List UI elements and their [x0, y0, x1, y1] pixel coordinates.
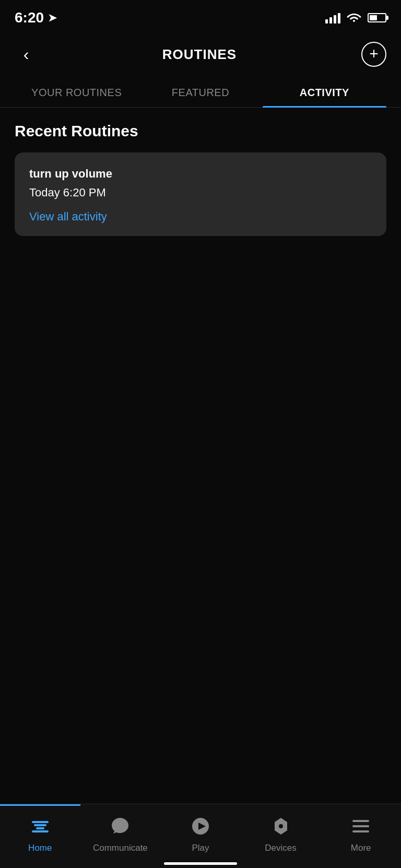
location-arrow-icon: ➤ [48, 11, 57, 24]
nav-more-label: More [351, 843, 371, 853]
nav-communicate[interactable]: Communicate [80, 804, 161, 858]
view-all-activity-link[interactable]: View all activity [29, 210, 107, 223]
bottom-navigation: Home Communicate Play Devices [0, 804, 401, 868]
battery-icon [368, 13, 386, 22]
svg-rect-9 [352, 830, 369, 832]
svg-rect-2 [36, 827, 44, 829]
wifi-icon [347, 10, 361, 25]
status-icons [325, 10, 386, 25]
nav-more[interactable]: More [321, 804, 401, 858]
svg-point-6 [279, 824, 283, 828]
add-routine-button[interactable]: + [361, 42, 386, 67]
svg-rect-0 [32, 821, 49, 823]
nav-play-label: Play [192, 843, 209, 853]
bottom-home-indicator [164, 862, 237, 865]
main-content: Recent Routines turn up volume Today 6:2… [0, 122, 401, 236]
tab-bar: YOUR ROUTINES FEATURED ACTIVITY [0, 79, 401, 108]
tab-featured[interactable]: FEATURED [138, 79, 262, 107]
section-title: Recent Routines [15, 122, 386, 140]
page-title: ROUTINES [162, 46, 237, 63]
nav-communicate-label: Communicate [93, 843, 148, 853]
nav-home[interactable]: Home [0, 804, 80, 858]
devices-icon [268, 814, 293, 839]
routine-name: turn up volume [29, 167, 372, 181]
more-icon [348, 814, 373, 839]
nav-devices[interactable]: Devices [241, 804, 321, 858]
home-active-bar [0, 804, 80, 806]
svg-rect-8 [352, 825, 369, 827]
back-button[interactable]: ‹ [15, 43, 38, 66]
status-bar: 6:20 ➤ [0, 0, 401, 31]
tab-your-routines[interactable]: YOUR ROUTINES [15, 79, 138, 107]
time-display: 6:20 [15, 9, 44, 26]
svg-rect-7 [352, 820, 369, 822]
signal-icon [325, 12, 340, 24]
nav-play[interactable]: Play [160, 804, 241, 858]
routine-card: turn up volume Today 6:20 PM View all ac… [15, 153, 386, 236]
communicate-icon [108, 814, 133, 839]
add-icon: + [369, 46, 379, 62]
svg-rect-3 [32, 830, 49, 832]
status-time: 6:20 ➤ [15, 9, 57, 26]
nav-devices-label: Devices [265, 843, 296, 853]
home-icon [28, 814, 53, 839]
play-icon [188, 814, 213, 839]
svg-rect-1 [34, 824, 46, 826]
nav-home-label: Home [28, 843, 52, 853]
routine-time: Today 6:20 PM [29, 186, 372, 200]
page-header: ‹ ROUTINES + [0, 31, 401, 79]
tab-activity[interactable]: ACTIVITY [263, 79, 386, 107]
back-arrow-icon: ‹ [23, 46, 29, 63]
